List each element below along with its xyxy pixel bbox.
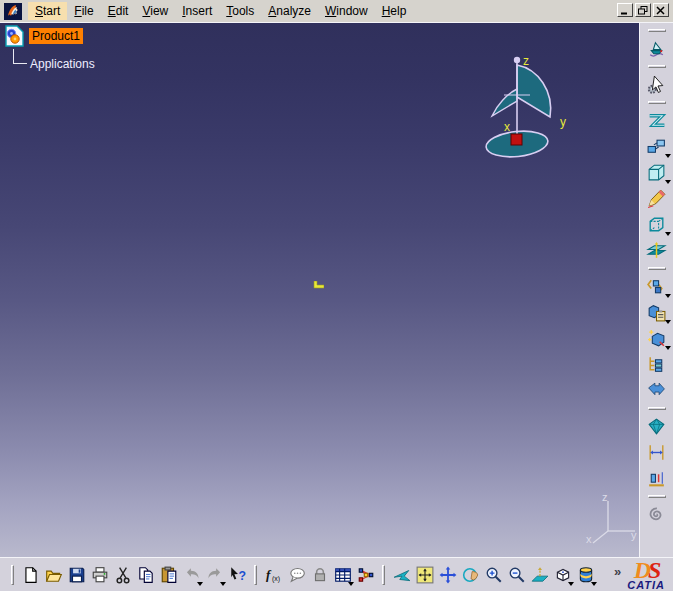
menu-item-window[interactable]: Window (318, 2, 375, 20)
toolbar-drag-handle[interactable] (648, 65, 666, 68)
zoom-in-button[interactable] (482, 562, 505, 587)
toolbar-drag-handle[interactable] (648, 267, 666, 270)
viewport-marker (313, 281, 324, 290)
svg-text:?: ? (238, 569, 246, 583)
menu-item-help[interactable]: Help (375, 2, 414, 20)
normal-view-button[interactable] (528, 562, 551, 587)
viewport-3d[interactable]: Product1 Applications z y x (0, 22, 639, 557)
copy-button[interactable] (134, 562, 157, 587)
close-button[interactable] (653, 3, 669, 17)
rotate-button[interactable] (459, 562, 482, 587)
fit-all-icon (416, 566, 434, 584)
restore-button[interactable] (635, 3, 651, 17)
restore-icon (638, 1, 648, 19)
tree-node-applications[interactable]: Applications (30, 57, 95, 71)
pan-button[interactable] (436, 562, 459, 587)
paste-button[interactable] (157, 562, 180, 587)
material-button[interactable] (643, 413, 671, 439)
dropdown-arrow-icon[interactable] (665, 232, 671, 236)
paste-icon (160, 566, 178, 584)
tree-root-label[interactable]: Product1 (29, 28, 83, 44)
lock-icon (311, 566, 329, 584)
fast-instantiation-button[interactable] (643, 325, 671, 351)
measure-between-icon (646, 442, 667, 463)
tree-node-product1[interactable]: Product1 (4, 25, 83, 47)
toolbar-drag-handle[interactable] (648, 495, 666, 498)
cut-button[interactable] (111, 562, 134, 587)
redo-button[interactable] (203, 562, 226, 587)
compass-z-label: z (523, 54, 529, 68)
measure-item-icon (646, 468, 667, 489)
comment-button[interactable] (285, 562, 308, 587)
toolbar-drag-handle[interactable] (648, 101, 666, 104)
select-button[interactable] (643, 71, 671, 97)
measure-item-button[interactable] (643, 465, 671, 491)
toolbar-drag-handle[interactable] (648, 29, 666, 32)
menu-item-start[interactable]: Start (28, 2, 67, 20)
graph-tree-icon (646, 354, 667, 375)
catalog-icon (646, 504, 667, 525)
fly-plane-icon (393, 566, 411, 584)
dropdown-arrow-icon[interactable] (665, 154, 671, 158)
pan-icon (439, 566, 457, 584)
window-controls (617, 3, 669, 17)
new-button[interactable] (19, 562, 42, 587)
menu-item-file[interactable]: File (67, 2, 100, 20)
compass[interactable]: z y x (480, 49, 580, 169)
fly-mode-button[interactable] (390, 562, 413, 587)
catia-logo: DSCATIA (627, 558, 665, 591)
clipping-planes-button[interactable] (643, 237, 671, 263)
zoom-in-icon (485, 566, 503, 584)
close-icon (656, 1, 666, 19)
design-table-button[interactable] (331, 562, 354, 587)
publications-icon (646, 380, 667, 401)
toolbar-overflow-chevron[interactable]: » (614, 564, 627, 585)
zoom-out-button[interactable] (505, 562, 528, 587)
print-button[interactable] (88, 562, 111, 587)
menu-item-edit[interactable]: Edit (101, 2, 136, 20)
toolbar-drag-handle[interactable] (11, 565, 14, 585)
menu-item-view[interactable]: View (135, 2, 175, 20)
insert-component-button[interactable] (643, 273, 671, 299)
toolbar-drag-handle[interactable] (382, 565, 385, 585)
rotate-icon (462, 566, 480, 584)
catia-window: StartFileEditViewInsertToolsAnalyzeWindo… (0, 0, 673, 591)
undo-button[interactable] (180, 562, 203, 587)
scenes-button[interactable] (643, 107, 671, 133)
whats-this-button[interactable]: ? (226, 562, 249, 587)
dropdown-arrow-icon[interactable] (665, 294, 671, 298)
dropdown-arrow-icon[interactable] (665, 180, 671, 184)
cameras-button[interactable] (643, 133, 671, 159)
quick-view-button[interactable] (551, 562, 574, 587)
measure-between-button[interactable] (643, 439, 671, 465)
lock-button[interactable] (308, 562, 331, 587)
fit-all-in-button[interactable] (413, 562, 436, 587)
dropdown-arrow-icon[interactable] (591, 582, 597, 586)
existing-component-button[interactable] (643, 299, 671, 325)
product-node-icon (4, 25, 25, 47)
dropdown-arrow-icon[interactable] (665, 320, 671, 324)
zoom-out-icon (508, 566, 526, 584)
formula-button[interactable]: f(x) (262, 562, 285, 587)
toolbar-drag-handle[interactable] (254, 565, 257, 585)
render-style-button[interactable] (574, 562, 597, 587)
save-button[interactable] (65, 562, 88, 587)
dropdown-arrow-icon[interactable] (665, 346, 671, 350)
menu-item-insert[interactable]: Insert (175, 2, 219, 20)
graph-tree-button[interactable] (643, 351, 671, 377)
annotations-button[interactable] (643, 185, 671, 211)
fly-through-button[interactable] (643, 35, 671, 61)
redo-icon (206, 566, 224, 584)
relations-button[interactable] (354, 562, 377, 587)
toolbar-drag-handle[interactable] (648, 407, 666, 410)
app-icon[interactable] (4, 3, 22, 20)
view-box-button[interactable] (643, 159, 671, 185)
publications-button[interactable] (643, 377, 671, 403)
minimize-button[interactable] (617, 3, 633, 17)
wireframe-box-button[interactable] (643, 211, 671, 237)
menu-item-tools[interactable]: Tools (219, 2, 261, 20)
select-gear-icon (646, 74, 667, 95)
open-button[interactable] (42, 562, 65, 587)
menu-item-analyze[interactable]: Analyze (261, 2, 318, 20)
catalog-browser-button[interactable] (643, 501, 671, 527)
